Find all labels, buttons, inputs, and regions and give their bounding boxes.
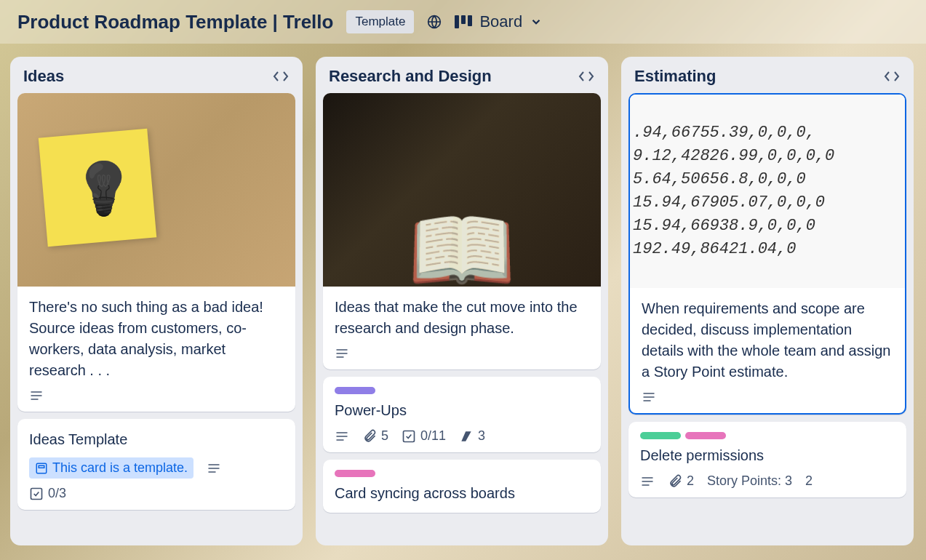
- card-text: There's no such thing as a bad idea! Sou…: [29, 297, 284, 381]
- list-header: Estimating: [621, 57, 914, 93]
- list-ideas: Ideas There's no such thing as a bad ide…: [10, 57, 303, 545]
- description-icon: [335, 346, 349, 361]
- card-text: Power-Ups: [335, 400, 589, 421]
- card-cover-image: [323, 93, 601, 287]
- card-labels: [335, 387, 589, 394]
- list-header: Ideas: [10, 57, 303, 93]
- list-title[interactable]: Estimating: [634, 67, 716, 86]
- card[interactable]: Card syncing across boards: [323, 460, 601, 513]
- list-cards: Ideas that make the cut move into the re…: [316, 93, 608, 520]
- view-label: Board: [479, 12, 522, 31]
- globe-icon[interactable]: [427, 15, 442, 29]
- checklist-icon: [402, 429, 416, 444]
- extra-count: 2: [805, 473, 813, 489]
- list-title[interactable]: Research and Design: [329, 67, 492, 86]
- collapse-icon[interactable]: [272, 70, 290, 83]
- checklist-badge: 0/3: [29, 486, 66, 501]
- template-chip: This card is a template.: [29, 457, 193, 479]
- view-switcher[interactable]: Board: [455, 12, 543, 31]
- svg-rect-1: [455, 15, 459, 28]
- attachment-badge: 2: [668, 473, 694, 489]
- svg-rect-6: [31, 488, 42, 499]
- label-green[interactable]: [640, 432, 681, 439]
- collapse-icon[interactable]: [578, 70, 595, 83]
- svg-rect-7: [404, 431, 415, 441]
- checklist-badge: 0/11: [402, 428, 446, 444]
- board-view-icon: [455, 15, 472, 28]
- card-text: Card syncing across boards: [335, 483, 589, 504]
- list-cards: There's no such thing as a bad idea! Sou…: [10, 93, 303, 517]
- description-icon: [29, 388, 44, 403]
- list-title[interactable]: Ideas: [23, 67, 64, 86]
- checklist-icon: [29, 487, 44, 501]
- card[interactable]: Ideas Template This card is a template.: [17, 419, 295, 510]
- label-pink[interactable]: [335, 470, 375, 477]
- attachment-icon: [668, 474, 682, 489]
- board-header: Product Roadmap Template | Trello Templa…: [0, 0, 926, 44]
- template-chip-label: This card is a template.: [52, 460, 188, 476]
- card-text: When requirements and scope are decided,…: [642, 298, 893, 383]
- description-icon: [207, 461, 221, 476]
- card-text: Delete permissions: [640, 445, 895, 466]
- svg-rect-3: [468, 15, 472, 26]
- card-cover-image: .94,66755.39,0,0,0, 9.12,42826.99,0,0,0,…: [630, 95, 905, 288]
- card[interactable]: .94,66755.39,0,0,0, 9.12,42826.99,0,0,0,…: [628, 93, 906, 415]
- template-badge[interactable]: Template: [346, 10, 414, 33]
- svg-rect-5: [39, 465, 44, 468]
- board-area: Ideas There's no such thing as a bad ide…: [0, 44, 926, 559]
- powerup-icon: [459, 429, 474, 444]
- attachment-badge: 5: [362, 428, 388, 444]
- card[interactable]: Power-Ups 5 0/11: [323, 377, 601, 452]
- attachment-icon: [362, 429, 377, 444]
- list-cards: .94,66755.39,0,0,0, 9.12,42826.99,0,0,0,…: [621, 93, 914, 505]
- chevron-down-icon: [530, 15, 543, 28]
- card[interactable]: Ideas that make the cut move into the re…: [323, 93, 601, 369]
- list-estimating: Estimating .94,66755.39,0,0,0, 9.12,4282…: [621, 57, 914, 545]
- template-icon: [35, 462, 48, 475]
- description-icon: [642, 390, 656, 404]
- collapse-icon[interactable]: [883, 70, 901, 83]
- board-title: Product Roadmap Template | Trello: [17, 11, 333, 33]
- svg-rect-2: [461, 15, 466, 24]
- card-text: Ideas Template: [29, 429, 284, 450]
- card-labels: [335, 470, 589, 477]
- label-purple[interactable]: [335, 387, 375, 394]
- card-labels: [640, 432, 895, 439]
- custom-badge: 3: [459, 428, 485, 444]
- list-research-design: Research and Design Ideas that make the …: [316, 57, 608, 545]
- card[interactable]: There's no such thing as a bad idea! Sou…: [17, 93, 295, 412]
- story-points-badge: Story Points: 3: [707, 473, 792, 489]
- description-icon: [640, 474, 655, 489]
- description-icon: [335, 429, 349, 444]
- label-pink[interactable]: [685, 432, 726, 439]
- card-text: Ideas that make the cut move into the re…: [335, 297, 589, 339]
- card-cover-image: [17, 93, 295, 287]
- list-header: Research and Design: [316, 57, 608, 93]
- card[interactable]: Delete permissions 2 Story Points: 3 2: [628, 422, 906, 497]
